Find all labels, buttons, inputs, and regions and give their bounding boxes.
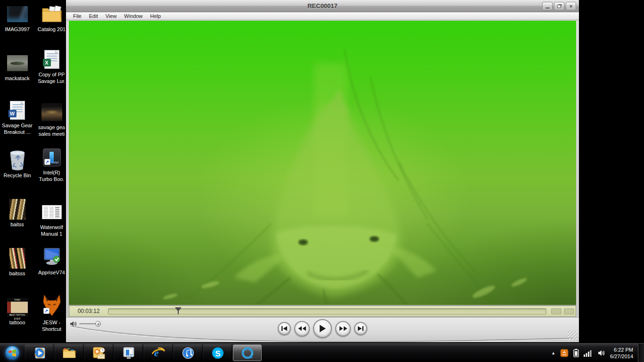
desktop-icon-baitsss[interactable]: baitsss <box>0 248 34 277</box>
recycle-bin-icon <box>7 150 28 171</box>
monitor-app-icon <box>41 247 62 268</box>
desktop-icon-baitss[interactable]: baitss <box>0 199 34 228</box>
desktop-icon-apprise[interactable]: AppriseV74 <box>34 247 69 276</box>
desktop-icon-imag3997[interactable]: IMAG3997 <box>0 4 34 33</box>
photo-thumbnail-icon <box>7 248 28 269</box>
photo-thumbnail-icon <box>41 102 62 123</box>
video-frame[interactable] <box>69 21 576 305</box>
tray-date: 6/27/2014 <box>610 353 633 360</box>
battery-icon[interactable] <box>573 349 579 357</box>
icon-label: Savage Gear Breakout ... <box>0 122 34 135</box>
network-signal-icon[interactable] <box>584 349 593 357</box>
desktop-icon-waterwolf-manual[interactable]: Waterwolf Manual 1 <box>34 202 69 237</box>
taskbar-app-outlook[interactable] <box>84 345 113 361</box>
quicktime-icon <box>241 346 254 360</box>
taskbar-app-itunes[interactable] <box>173 345 202 361</box>
taskbar-app-system-monitor[interactable] <box>114 345 143 361</box>
tray-clock[interactable]: 6:22 PM 6/27/2014 <box>610 346 636 360</box>
internet-explorer-icon: e <box>151 346 165 360</box>
show-desktop-button[interactable] <box>638 344 644 362</box>
skype-icon: S <box>211 346 224 360</box>
icon-label: baitsss <box>0 270 34 277</box>
taskbar-app-explorer[interactable] <box>55 345 83 361</box>
taskbar-app-internet-explorer[interactable]: e <box>144 345 173 361</box>
volume-tray-icon[interactable] <box>598 349 605 357</box>
icon-label: Intel(R) Turbo Boo. <box>34 169 69 182</box>
icon-label: Copy of PP Savage Lur. <box>34 71 69 84</box>
folder-icon <box>41 4 62 25</box>
window-title: REC00017 <box>307 2 338 9</box>
quicktime-window: REC00017 × File Edit View Window Help <box>66 0 579 342</box>
title-bar[interactable]: REC00017 × <box>66 0 579 12</box>
photo-thumbnail-icon: THIS! BEST TATTOO EVER <box>7 297 28 318</box>
seek-track[interactable] <box>108 308 546 314</box>
menu-file[interactable]: File <box>70 13 85 19</box>
desktop-icon-jesw[interactable]: ↗ JESW - Shortcut <box>34 293 69 332</box>
shortcut-arrow-badge: ↗ <box>43 308 50 314</box>
desktop-icon-tattooo[interactable]: THIS! BEST TATTOO EVER tattooo <box>0 297 34 326</box>
menu-window[interactable]: Window <box>121 13 146 19</box>
word-file-icon: W <box>7 100 28 121</box>
photo-thumbnail-icon <box>7 199 28 220</box>
fox-shortcut-icon: ↗ <box>41 293 62 318</box>
menu-view[interactable]: View <box>102 13 120 19</box>
desktop-icon-intel-turbo[interactable]: intel ↗ Intel(R) Turbo Boo. <box>34 147 69 182</box>
transport-controls <box>66 319 579 338</box>
windows-logo-icon <box>5 346 20 361</box>
selection-grip[interactable] <box>564 308 574 314</box>
menu-edit[interactable]: Edit <box>86 13 101 19</box>
photo-thumbnail-icon <box>7 53 28 74</box>
taskbar: e S ▲ <box>0 343 644 362</box>
control-deck <box>66 317 579 342</box>
excel-file-icon: X <box>41 49 62 70</box>
media-player-icon <box>33 346 46 360</box>
document-preview-icon <box>41 202 62 222</box>
go-to-start-button[interactable] <box>278 322 291 335</box>
svg-text:S: S <box>215 349 220 358</box>
menu-bar: File Edit View Window Help <box>66 12 579 20</box>
play-button[interactable] <box>313 319 332 338</box>
icon-label: savage gea sales meeti <box>34 124 69 137</box>
icon-label: baitss <box>0 221 34 228</box>
selection-grips <box>551 308 574 314</box>
shortcut-arrow-badge: ↗ <box>44 159 50 165</box>
desktop-icon-word-file[interactable]: W Savage Gear Breakout ... <box>0 100 34 135</box>
start-button[interactable] <box>0 344 25 362</box>
close-button[interactable]: × <box>566 2 576 10</box>
selection-grip[interactable] <box>551 308 561 314</box>
icon-label: Catalog 201 <box>34 26 69 33</box>
tray-time: 6:22 PM <box>610 346 633 353</box>
go-to-end-button[interactable] <box>354 322 367 335</box>
system-monitor-icon <box>122 346 135 360</box>
restore-button[interactable] <box>554 2 564 10</box>
desktop-icon-catalog[interactable]: Catalog 201 <box>34 4 69 33</box>
explorer-folder-icon <box>62 347 76 359</box>
photo-thumbnail-icon <box>7 4 28 25</box>
rewind-button[interactable] <box>294 321 310 337</box>
icon-label: Waterwolf Manual 1 <box>34 224 69 237</box>
desktop-icon-excel-file[interactable]: X Copy of PP Savage Lur. <box>34 49 69 84</box>
desktop-icon-mackatack[interactable]: mackatack <box>0 53 34 82</box>
taskbar-app-quicktime[interactable] <box>233 345 262 361</box>
tray-app-orange-icon[interactable] <box>560 349 569 357</box>
hidden-icons-arrow[interactable]: ▲ <box>551 351 555 355</box>
icon-label: mackatack <box>0 75 34 82</box>
taskbar-app-media-player[interactable] <box>25 345 54 361</box>
playhead-marker[interactable] <box>175 307 182 315</box>
resize-grip[interactable] <box>568 331 577 340</box>
intel-turbo-boost-icon: intel ↗ <box>41 147 62 168</box>
minimize-button[interactable] <box>542 2 553 10</box>
taskbar-app-skype[interactable]: S <box>203 345 232 361</box>
desktop-icon-recycle-bin[interactable]: Recycle Bin <box>0 150 34 179</box>
itunes-icon <box>182 346 195 360</box>
desktop-icon-savage-photo[interactable]: savage gea sales meeti <box>34 102 69 137</box>
outlook-icon <box>92 346 106 360</box>
system-tray: ▲ <box>551 344 638 362</box>
menu-help[interactable]: Help <box>147 13 164 19</box>
icon-label: Recycle Bin <box>0 172 34 179</box>
desktop: IMAG3997 Catalog 201 mackatack X Copy of… <box>0 0 69 342</box>
timecode-display: 00:03:12 <box>69 308 108 314</box>
fast-forward-button[interactable] <box>335 321 351 337</box>
underwater-catfish-scene <box>69 21 576 305</box>
timeline-bar: 00:03:12 <box>69 305 576 317</box>
